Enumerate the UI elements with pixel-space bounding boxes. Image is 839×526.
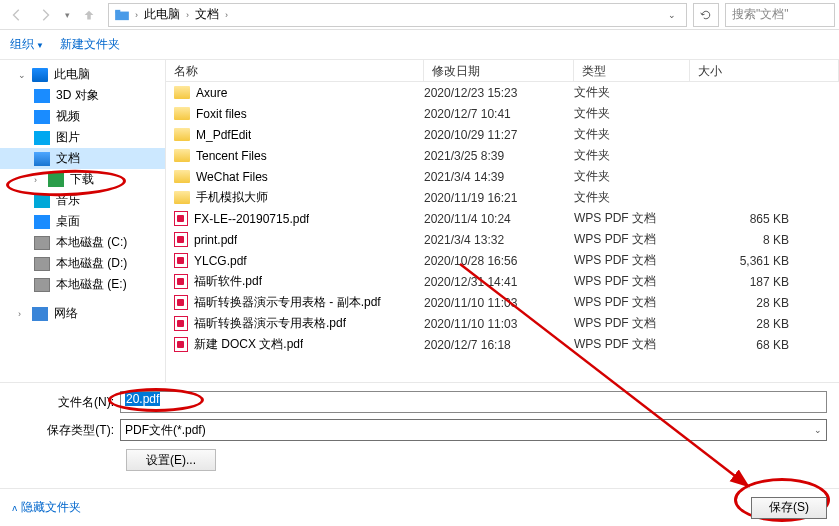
pictures-icon	[34, 131, 50, 145]
file-row[interactable]: Foxit files2020/12/7 10:41文件夹	[166, 103, 839, 124]
sidebar-item-3d[interactable]: 3D 对象	[0, 85, 165, 106]
col-name-header[interactable]: 名称	[166, 60, 424, 81]
file-name: M_PdfEdit	[196, 128, 251, 142]
file-date: 2021/3/4 13:32	[424, 233, 574, 247]
file-type: 文件夹	[574, 84, 690, 101]
video-icon	[34, 110, 50, 124]
file-row[interactable]: FX-LE--20190715.pdf2020/11/4 10:24WPS PD…	[166, 208, 839, 229]
sidebar-item-drive-e[interactable]: 本地磁盘 (E:)	[0, 274, 165, 295]
pdf-icon	[174, 211, 188, 226]
pdf-icon	[174, 337, 188, 352]
new-folder-button[interactable]: 新建文件夹	[60, 36, 120, 53]
sidebar-this-pc[interactable]: ⌄此电脑	[0, 64, 165, 85]
col-size-header[interactable]: 大小	[690, 60, 839, 81]
settings-button[interactable]: 设置(E)...	[126, 449, 216, 471]
file-row[interactable]: Tencent Files2021/3/25 8:39文件夹	[166, 145, 839, 166]
file-type: 文件夹	[574, 147, 690, 164]
main-area: ⌄此电脑 3D 对象 视频 图片 文档 ›下载 音乐 桌面 本地磁盘 (C:) …	[0, 60, 839, 382]
file-row[interactable]: 福昕软件.pdf2020/12/31 14:41WPS PDF 文档187 KB	[166, 271, 839, 292]
col-date-header[interactable]: 修改日期	[424, 60, 574, 81]
svg-rect-1	[115, 9, 120, 12]
sidebar-item-downloads[interactable]: ›下载	[0, 169, 165, 190]
sidebar-network[interactable]: ›网络	[0, 303, 165, 324]
file-size: 5,361 KB	[690, 254, 839, 268]
documents-icon	[34, 152, 50, 166]
filename-input[interactable]: 20.pdf	[120, 391, 827, 413]
file-type: WPS PDF 文档	[574, 273, 690, 290]
address-bar[interactable]: › 此电脑 › 文档 › ⌄	[108, 3, 687, 27]
file-date: 2020/11/10 11:03	[424, 317, 574, 331]
file-size: 68 KB	[690, 338, 839, 352]
file-size: 865 KB	[690, 212, 839, 226]
file-type: 文件夹	[574, 168, 690, 185]
3d-icon	[34, 89, 50, 103]
file-type: 文件夹	[574, 189, 690, 206]
file-name: YLCG.pdf	[194, 254, 247, 268]
sidebar-item-drive-d[interactable]: 本地磁盘 (D:)	[0, 253, 165, 274]
pdf-icon	[174, 316, 188, 331]
file-type: WPS PDF 文档	[574, 210, 690, 227]
folder-icon	[174, 128, 190, 141]
file-row[interactable]: print.pdf2021/3/4 13:32WPS PDF 文档8 KB	[166, 229, 839, 250]
file-date: 2020/12/7 10:41	[424, 107, 574, 121]
file-row[interactable]: 手机模拟大师2020/11/19 16:21文件夹	[166, 187, 839, 208]
folder-icon	[174, 86, 190, 99]
file-date: 2020/12/7 16:18	[424, 338, 574, 352]
file-type: 文件夹	[574, 105, 690, 122]
sidebar-item-drive-c[interactable]: 本地磁盘 (C:)	[0, 232, 165, 253]
file-row[interactable]: Axure2020/12/23 15:23文件夹	[166, 82, 839, 103]
folder-icon	[174, 149, 190, 162]
drive-icon	[34, 257, 50, 271]
file-type: WPS PDF 文档	[574, 315, 690, 332]
sidebar-item-video[interactable]: 视频	[0, 106, 165, 127]
file-row[interactable]: 福昕转换器演示专用表格 - 副本.pdf2020/11/10 11:03WPS …	[166, 292, 839, 313]
address-dropdown[interactable]: ⌄	[664, 10, 680, 20]
back-button[interactable]	[4, 3, 30, 27]
file-type: 文件夹	[574, 126, 690, 143]
expand-icon: ›	[18, 309, 28, 319]
chevron-up-icon: ʌ	[12, 503, 17, 513]
sidebar-item-pictures[interactable]: 图片	[0, 127, 165, 148]
file-date: 2020/12/31 14:41	[424, 275, 574, 289]
sidebar-item-music[interactable]: 音乐	[0, 190, 165, 211]
up-button[interactable]	[76, 3, 102, 27]
breadcrumb-folder[interactable]: 文档	[195, 6, 219, 23]
file-row[interactable]: WeChat Files2021/3/4 14:39文件夹	[166, 166, 839, 187]
filetype-select[interactable]: PDF文件(*.pdf) ⌄	[120, 419, 827, 441]
pdf-icon	[174, 295, 188, 310]
file-type: WPS PDF 文档	[574, 336, 690, 353]
column-headers: 名称 修改日期 类型 大小	[166, 60, 839, 82]
file-row[interactable]: YLCG.pdf2020/10/28 16:56WPS PDF 文档5,361 …	[166, 250, 839, 271]
hide-folders-toggle[interactable]: ʌ 隐藏文件夹	[12, 499, 81, 516]
forward-button[interactable]	[32, 3, 58, 27]
save-button[interactable]: 保存(S)	[751, 497, 827, 519]
organize-menu[interactable]: 组织▼	[10, 36, 44, 53]
file-date: 2021/3/4 14:39	[424, 170, 574, 184]
file-date: 2020/12/23 15:23	[424, 86, 574, 100]
file-row[interactable]: M_PdfEdit2020/10/29 11:27文件夹	[166, 124, 839, 145]
sidebar-item-desktop[interactable]: 桌面	[0, 211, 165, 232]
col-type-header[interactable]: 类型	[574, 60, 690, 81]
file-name: 新建 DOCX 文档.pdf	[194, 336, 303, 353]
breadcrumb-root[interactable]: 此电脑	[144, 6, 180, 23]
file-type: WPS PDF 文档	[574, 294, 690, 311]
sidebar: ⌄此电脑 3D 对象 视频 图片 文档 ›下载 音乐 桌面 本地磁盘 (C:) …	[0, 60, 166, 382]
chevron-right-icon: ›	[186, 10, 189, 20]
chevron-right-icon: ›	[135, 10, 138, 20]
file-name: print.pdf	[194, 233, 237, 247]
file-size: 8 KB	[690, 233, 839, 247]
file-name: 手机模拟大师	[196, 189, 268, 206]
file-date: 2020/10/29 11:27	[424, 128, 574, 142]
refresh-button[interactable]	[693, 3, 719, 27]
filetype-label: 保存类型(T):	[12, 422, 120, 439]
history-dropdown[interactable]: ▾	[60, 3, 74, 27]
pdf-icon	[174, 274, 188, 289]
sub-toolbar: 组织▼ 新建文件夹	[0, 30, 839, 60]
sidebar-item-documents[interactable]: 文档	[0, 148, 165, 169]
file-row[interactable]: 新建 DOCX 文档.pdf2020/12/7 16:18WPS PDF 文档6…	[166, 334, 839, 355]
search-input[interactable]: 搜索"文档"	[725, 3, 835, 27]
dialog-footer: ʌ 隐藏文件夹 保存(S)	[0, 488, 839, 526]
file-row[interactable]: 福昕转换器演示专用表格.pdf2020/11/10 11:03WPS PDF 文…	[166, 313, 839, 334]
pdf-icon	[174, 232, 188, 247]
chevron-down-icon: ▼	[36, 41, 44, 50]
